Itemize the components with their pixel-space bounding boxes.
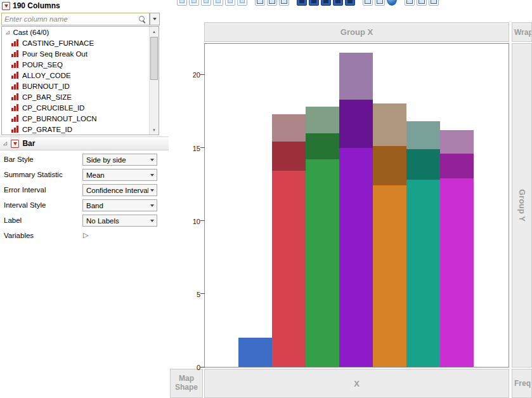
dropdown-label[interactable]: No Labels <box>82 215 157 227</box>
y-tick-mark <box>200 220 205 221</box>
confidence-interval-band <box>272 114 306 171</box>
column-item-label: POUR_SEQ <box>22 61 63 69</box>
column-item[interactable]: POUR_SEQ <box>2 59 159 70</box>
y-tick-mark <box>200 147 205 148</box>
scrollbar-thumb[interactable] <box>150 37 158 80</box>
toolbar-icon[interactable] <box>429 0 439 6</box>
column-item-label: CP_BURNOUT_LOCN <box>22 115 97 123</box>
toolbar-icon[interactable] <box>345 0 355 6</box>
chevron-down-icon <box>150 159 154 161</box>
toolbar <box>177 0 439 6</box>
confidence-interval-band <box>440 130 474 178</box>
collapse-triangle-icon[interactable]: ⊿ <box>5 29 10 36</box>
toolbar-icon[interactable] <box>267 0 277 6</box>
toolbar-icon[interactable] <box>213 0 223 6</box>
graph-builder-window: 190 Columns Enter column name ⊿ Cast (64… <box>0 0 532 398</box>
column-item-label: CP_BAR_SIZE <box>22 93 72 101</box>
column-group-cast[interactable]: ⊿ Cast (64/0) <box>2 27 159 37</box>
column-item-label: CP_CRUCIBLE_ID <box>22 104 84 112</box>
column-item[interactable]: Pour Seq Break Out <box>2 48 159 59</box>
toolbar-icon[interactable] <box>417 0 427 6</box>
bar[interactable] <box>440 154 474 367</box>
drop-zone-group-y[interactable]: Group Y <box>512 43 532 368</box>
scroll-down-icon[interactable]: ▼ <box>150 125 159 135</box>
property-label: Interval Style <box>4 201 46 209</box>
chevron-down-icon <box>150 220 154 222</box>
scroll-up-icon[interactable]: ▲ <box>150 27 159 36</box>
dropdown-summary-statistic[interactable]: Mean <box>82 169 157 181</box>
y-tick-mark <box>200 367 205 368</box>
drop-zone-x-axis[interactable]: X <box>204 369 509 398</box>
red-triangle-menu-icon[interactable] <box>2 2 10 10</box>
column-item[interactable]: CP_BAR_SIZE <box>2 91 159 102</box>
column-item[interactable]: CASTING_FURNACE <box>2 37 159 48</box>
y-tick-mark <box>200 74 205 75</box>
dropdown-bar-style[interactable]: Side by side <box>82 154 157 166</box>
toolbar-icon[interactable] <box>225 0 235 6</box>
bar[interactable] <box>272 142 306 367</box>
column-item[interactable]: ALLOY_CODE <box>2 70 159 81</box>
bar-properties: Bar StyleSide by sideSummary StatisticMe… <box>0 153 169 229</box>
drop-zone-map-shape[interactable]: Map Shape <box>170 369 203 398</box>
property-row: Error IntervalConfidence Interval <box>0 183 169 199</box>
drop-zone-freq[interactable]: Freq <box>512 369 532 398</box>
toolbar-icon[interactable] <box>387 0 397 6</box>
property-label: Summary Statistic <box>4 171 63 178</box>
y-tick-label: 10 <box>184 218 200 225</box>
drop-zone-label: Map Shape <box>173 375 200 392</box>
histogram-icon <box>11 93 19 100</box>
collapse-triangle-icon[interactable]: ⊿ <box>3 140 8 147</box>
drop-zone-group-x[interactable]: Group X <box>204 22 509 42</box>
dropdown-error-interval[interactable]: Confidence Interval <box>82 184 157 196</box>
toolbar-icon[interactable] <box>201 0 211 6</box>
histogram-icon <box>11 72 19 79</box>
column-group-label: Cast (64/0) <box>13 29 49 36</box>
search-icon[interactable] <box>139 16 146 23</box>
column-list-scrollbar[interactable]: ▲ ▼ <box>149 27 159 135</box>
column-item[interactable]: CP_GRATE_ID <box>2 124 159 135</box>
confidence-interval-band <box>406 121 440 180</box>
toolbar-icon[interactable] <box>321 0 331 6</box>
toolbar-icon[interactable] <box>375 0 385 6</box>
toolbar-icon[interactable] <box>189 0 199 6</box>
column-item[interactable]: CP_CRUCIBLE_ID <box>2 102 159 113</box>
bar-section-header[interactable]: ⊿ Bar <box>0 136 169 150</box>
column-item[interactable]: CP_BURNOUT_LOCN <box>2 113 159 124</box>
search-placeholder: Enter column name <box>2 15 139 23</box>
dropdown-value: No Labels <box>86 217 119 225</box>
y-tick-mark <box>200 293 205 294</box>
toolbar-icon[interactable] <box>237 0 247 6</box>
search-options-button[interactable] <box>150 13 160 25</box>
red-triangle-menu-icon[interactable] <box>11 140 19 148</box>
dropdown-interval-style[interactable]: Band <box>82 199 157 211</box>
confidence-interval-band <box>306 107 339 159</box>
toolbar-icon[interactable] <box>255 0 265 6</box>
property-row: LabelNo Labels <box>0 214 169 229</box>
toolbar-icon[interactable] <box>333 0 343 6</box>
toolbar-icon[interactable] <box>309 0 319 6</box>
bar[interactable] <box>306 133 339 368</box>
bar[interactable] <box>238 338 272 367</box>
toolbar-icon[interactable] <box>405 0 415 6</box>
dropdown-value: Mean <box>86 171 105 179</box>
variables-row: Variables ▷ <box>0 229 169 244</box>
column-search-input[interactable]: Enter column name <box>1 13 150 25</box>
bar[interactable] <box>406 149 440 367</box>
property-label: Label <box>4 216 22 224</box>
toolbar-icon[interactable] <box>279 0 289 6</box>
drop-zone-label: Freq <box>514 379 531 388</box>
toolbar-icon[interactable] <box>297 0 307 6</box>
property-row: Summary StatisticMean <box>0 168 169 183</box>
expand-triangle-icon[interactable]: ▷ <box>83 231 88 239</box>
column-item[interactable]: BURNOUT_ID <box>2 81 159 91</box>
column-item-label: CP_GRATE_ID <box>22 126 72 133</box>
property-row: Interval StyleBand <box>0 199 169 214</box>
toolbar-icon[interactable] <box>177 0 187 6</box>
drop-zone-wrap[interactable]: Wrap <box>512 22 532 42</box>
y-tick-label: 5 <box>184 291 200 298</box>
toolbar-icon[interactable] <box>363 0 373 6</box>
column-item-label: Pour Seq Break Out <box>22 50 88 58</box>
plot-area[interactable]: 05101520 <box>204 43 509 368</box>
dropdown-value: Side by side <box>86 156 126 164</box>
columns-panel-header: 190 Columns <box>2 1 60 10</box>
